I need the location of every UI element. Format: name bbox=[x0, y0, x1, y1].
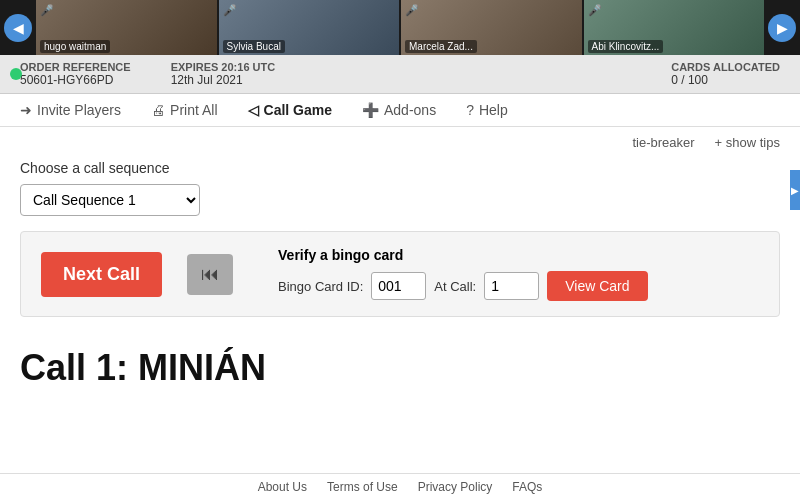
invite-players-icon: ➜ bbox=[20, 102, 32, 118]
call-game-icon: ◁ bbox=[248, 102, 259, 118]
nav-invite-players-label: Invite Players bbox=[37, 102, 121, 118]
participant-4: 🎤 Abi Klincovitz... bbox=[584, 0, 765, 55]
nav-help[interactable]: ? Help bbox=[466, 102, 508, 118]
participant-2-name: Sylvia Bucal bbox=[223, 40, 285, 53]
expires-label: Expires 20:16 UTC bbox=[171, 61, 276, 73]
footer-about-us[interactable]: About Us bbox=[258, 480, 307, 494]
online-indicator bbox=[10, 68, 22, 80]
tips-bar: tie-breaker + show tips bbox=[0, 127, 800, 150]
next-call-button[interactable]: Next Call bbox=[41, 252, 162, 297]
call-display: Call 1: MINIÁN bbox=[0, 332, 800, 399]
reset-button[interactable]: ⏮ bbox=[187, 254, 233, 295]
add-ons-icon: ➕ bbox=[362, 102, 379, 118]
bingo-card-id-label: Bingo Card ID: bbox=[278, 279, 363, 294]
at-call-input[interactable] bbox=[484, 272, 539, 300]
video-prev-button[interactable]: ◀ bbox=[4, 14, 32, 42]
participant-4-name: Abi Klincovitz... bbox=[588, 40, 664, 53]
reset-icon: ⏮ bbox=[201, 264, 219, 285]
cards-allocated-value: 0 / 100 bbox=[671, 73, 780, 87]
participant-2: 🎤 Sylvia Bucal bbox=[219, 0, 400, 55]
main-content: Choose a call sequence Call Sequence 1 C… bbox=[0, 150, 800, 332]
verify-row: Bingo Card ID: At Call: View Card bbox=[278, 271, 648, 301]
participant-3-name: Marcela Zad... bbox=[405, 40, 477, 53]
nav-call-game-label: Call Game bbox=[264, 102, 332, 118]
show-tips-link[interactable]: + show tips bbox=[715, 135, 780, 150]
order-reference-value: 50601-HGY66PD bbox=[20, 73, 131, 87]
participant-3-mic-icon: 🎤 bbox=[405, 4, 419, 17]
nav-call-game[interactable]: ◁ Call Game bbox=[248, 102, 332, 118]
nav-bar: ➜ Invite Players 🖨 Print All ◁ Call Game… bbox=[0, 94, 800, 127]
video-participants: 🎤 hugo waitman 🎤 Sylvia Bucal 🎤 Marcela … bbox=[36, 0, 764, 55]
bingo-card-id-input[interactable] bbox=[371, 272, 426, 300]
footer-privacy[interactable]: Privacy Policy bbox=[418, 480, 493, 494]
footer-terms[interactable]: Terms of Use bbox=[327, 480, 398, 494]
call-sequence-select[interactable]: Call Sequence 1 Call Sequence 2 Call Seq… bbox=[20, 184, 200, 216]
nav-invite-players[interactable]: ➜ Invite Players bbox=[20, 102, 121, 118]
side-arrow[interactable]: ▶ bbox=[790, 170, 800, 210]
expires-item: Expires 20:16 UTC 12th Jul 2021 bbox=[171, 61, 276, 87]
participant-2-mic-icon: 🎤 bbox=[223, 4, 237, 17]
footer-faqs[interactable]: FAQs bbox=[512, 480, 542, 494]
nav-add-ons[interactable]: ➕ Add-ons bbox=[362, 102, 436, 118]
cards-allocated-label: Cards Allocated bbox=[671, 61, 780, 73]
cards-allocated-item: Cards Allocated 0 / 100 bbox=[671, 61, 780, 87]
participant-1: 🎤 hugo waitman bbox=[36, 0, 217, 55]
at-call-label: At Call: bbox=[434, 279, 476, 294]
footer: About Us Terms of Use Privacy Policy FAQ… bbox=[0, 473, 800, 500]
info-bar: Order Reference 50601-HGY66PD Expires 20… bbox=[0, 55, 800, 94]
view-card-button[interactable]: View Card bbox=[547, 271, 647, 301]
help-icon: ? bbox=[466, 102, 474, 118]
call-sequence-label: Choose a call sequence bbox=[20, 160, 780, 176]
participant-1-mic-icon: 🎤 bbox=[40, 4, 54, 17]
participant-4-mic-icon: 🎤 bbox=[588, 4, 602, 17]
video-bar: ◀ 🎤 hugo waitman 🎤 Sylvia Bucal 🎤 Marcel… bbox=[0, 0, 800, 55]
nav-add-ons-label: Add-ons bbox=[384, 102, 436, 118]
expires-value: 12th Jul 2021 bbox=[171, 73, 276, 87]
call-panel: Next Call ⏮ Verify a bingo card Bingo Ca… bbox=[20, 231, 780, 317]
order-reference-label: Order Reference bbox=[20, 61, 131, 73]
participant-1-name: hugo waitman bbox=[40, 40, 110, 53]
verify-title: Verify a bingo card bbox=[278, 247, 648, 263]
order-reference-item: Order Reference 50601-HGY66PD bbox=[20, 61, 131, 87]
tiebreaker-link[interactable]: tie-breaker bbox=[632, 135, 694, 150]
participant-3: 🎤 Marcela Zad... bbox=[401, 0, 582, 55]
print-all-icon: 🖨 bbox=[151, 102, 165, 118]
video-next-button[interactable]: ▶ bbox=[768, 14, 796, 42]
nav-help-label: Help bbox=[479, 102, 508, 118]
nav-print-all[interactable]: 🖨 Print All bbox=[151, 102, 217, 118]
verify-section: Verify a bingo card Bingo Card ID: At Ca… bbox=[278, 247, 648, 301]
nav-print-all-label: Print All bbox=[170, 102, 217, 118]
